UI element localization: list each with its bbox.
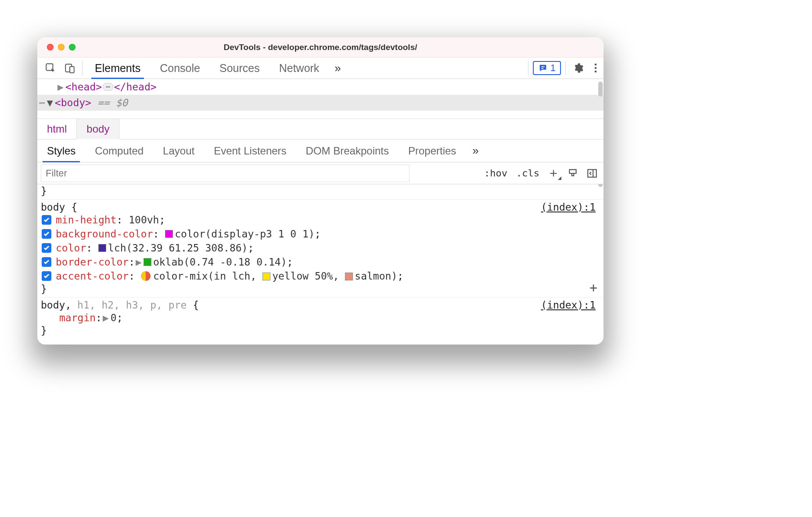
rule-brace-close: } [41, 283, 604, 294]
toolbar-separator [82, 61, 83, 75]
crumb-body[interactable]: body [76, 119, 119, 139]
declaration-color[interactable]: color: lch(32.39 61.25 308.86); [41, 241, 604, 255]
enable-checkbox[interactable] [42, 243, 51, 253]
styles-filter-bar: :hov .cls + [37, 162, 604, 184]
color-mix-swatch[interactable] [141, 271, 151, 281]
panel-tab-event-listeners[interactable]: Event Listeners [204, 140, 296, 162]
expand-shorthand-icon[interactable]: ▶ [103, 311, 109, 325]
tab-sources[interactable]: Sources [210, 57, 269, 79]
inspect-element-icon[interactable] [41, 57, 60, 79]
rule-selector[interactable]: body, h1, h2, h3, p, pre { [41, 299, 199, 311]
tab-network[interactable]: Network [269, 57, 329, 79]
color-swatch[interactable] [165, 230, 173, 238]
enable-checkbox[interactable] [42, 229, 51, 239]
property-name[interactable]: accent-color [56, 269, 129, 283]
declaration-border-color[interactable]: border-color: ▶ oklab(0.74 -0.18 0.14); [41, 255, 604, 269]
svg-rect-3 [541, 66, 544, 67]
svg-rect-4 [541, 68, 543, 69]
enable-checkbox[interactable] [42, 257, 51, 267]
property-value[interactable]: color-mix(in lch, yellow 50%, salmon) [153, 269, 397, 283]
issues-count: 1 [550, 62, 556, 74]
property-value[interactable]: color(display-p3 1 0 1) [175, 227, 315, 241]
dom-tree[interactable]: ▶ <head> ⋯ </head> ⋯ ▼ <body> == $0 [37, 79, 604, 118]
more-tabs-button[interactable]: » [329, 57, 346, 79]
declaration-margin[interactable]: margin: ▶ 0; [41, 311, 604, 325]
panel-tab-dom-breakpoints[interactable]: DOM Breakpoints [296, 140, 399, 162]
property-value[interactable]: 0 [111, 311, 117, 325]
main-tabs: Elements Console Sources Network [85, 57, 329, 79]
computed-sidebar-toggle[interactable] [582, 168, 602, 179]
tab-elements[interactable]: Elements [85, 57, 150, 79]
expand-arrow-icon[interactable]: ▶ [57, 81, 65, 93]
dom-tag: <body> [55, 97, 91, 108]
crumb-html[interactable]: html [37, 119, 76, 139]
dom-row-clipped [37, 111, 604, 118]
panel-more-tabs[interactable]: » [466, 144, 485, 158]
dom-tag: <head> [65, 81, 102, 93]
tab-console[interactable]: Console [150, 57, 210, 79]
panel-tab-properties[interactable]: Properties [399, 140, 466, 162]
new-style-rule-button[interactable]: + [544, 166, 563, 181]
settings-button[interactable] [568, 57, 588, 79]
svg-point-7 [595, 71, 597, 73]
panel-tab-layout[interactable]: Layout [153, 140, 204, 162]
svg-point-6 [595, 67, 597, 69]
rule-source-link[interactable]: (index):1 [541, 201, 596, 213]
panel-tab-computed[interactable]: Computed [85, 140, 153, 162]
rule-selector[interactable]: body { [41, 201, 77, 213]
toolbar-separator [528, 61, 528, 75]
color-swatch[interactable] [144, 258, 151, 266]
copy-styles-button[interactable] [563, 168, 582, 179]
property-name[interactable]: background-color [56, 227, 153, 241]
selected-marker: == $0 [97, 97, 128, 108]
brush-icon [567, 168, 578, 179]
dom-node-head[interactable]: ▶ <head> ⋯ </head> [37, 79, 604, 95]
color-swatch[interactable] [345, 273, 353, 280]
ellipsis-badge[interactable]: ⋯ [103, 83, 113, 91]
window-title: DevTools - developer.chrome.com/tags/dev… [37, 43, 604, 52]
insert-rule-button[interactable]: + [589, 280, 597, 295]
collapse-arrow-icon[interactable]: ▼ [47, 97, 55, 108]
dom-breadcrumb: html body [37, 118, 604, 140]
svg-point-5 [595, 64, 597, 66]
sidebar-panel-tabs: Styles Computed Layout Event Listeners D… [37, 140, 604, 162]
property-name[interactable]: color [56, 241, 86, 255]
expand-shorthand-icon[interactable]: ▶ [136, 255, 142, 269]
rule-header[interactable]: body, h1, h2, h3, p, pre { (index):1 [41, 299, 604, 311]
property-name[interactable]: margin [59, 311, 96, 325]
cls-toggle[interactable]: .cls [512, 168, 544, 179]
color-swatch[interactable] [98, 244, 106, 252]
more-options-button[interactable] [588, 57, 604, 79]
property-name[interactable]: min-height [56, 213, 116, 227]
overflow-indicator: ⋯ [39, 97, 45, 108]
enable-checkbox[interactable] [42, 271, 51, 281]
device-toolbar-icon[interactable] [60, 57, 79, 79]
issues-button[interactable]: 1 [533, 61, 561, 75]
panel-tab-styles[interactable]: Styles [37, 140, 85, 162]
kebab-icon [594, 63, 597, 73]
dom-node-body-selected[interactable]: ⋯ ▼ <body> == $0 [37, 95, 604, 111]
chat-icon [538, 63, 548, 73]
filter-input[interactable] [41, 165, 410, 182]
color-swatch[interactable] [262, 273, 270, 280]
styles-pane[interactable]: } body { (index):1 min-height: 100vh; [37, 184, 604, 345]
styles-body: } body { (index):1 min-height: 100vh; [37, 184, 604, 336]
property-name[interactable]: border-color [56, 255, 129, 269]
rule-header[interactable]: body { (index):1 [41, 201, 604, 213]
property-value[interactable]: lch(32.39 61.25 308.86) [108, 241, 248, 255]
property-value[interactable]: 100vh [129, 213, 159, 227]
gear-icon [572, 62, 584, 74]
declaration-accent-color[interactable]: accent-color: color-mix(in lch, yellow 5… [41, 269, 604, 283]
main-toolbar: Elements Console Sources Network » 1 [37, 57, 604, 79]
hov-toggle[interactable]: :hov [480, 168, 512, 179]
dom-scrollbar[interactable] [598, 82, 603, 97]
devtools-window: DevTools - developer.chrome.com/tags/dev… [37, 37, 604, 345]
rule-source-link[interactable]: (index):1 [541, 299, 596, 311]
declaration-min-height[interactable]: min-height: 100vh; [41, 213, 604, 227]
property-value[interactable]: oklab(0.74 -0.18 0.14) [153, 255, 287, 269]
rule-brace-close: } [41, 325, 604, 336]
declaration-background-color[interactable]: background-color: color(display-p3 1 0 1… [41, 227, 604, 241]
svg-rect-2 [70, 67, 74, 73]
dom-tag: </head> [114, 81, 157, 93]
enable-checkbox[interactable] [42, 215, 51, 225]
